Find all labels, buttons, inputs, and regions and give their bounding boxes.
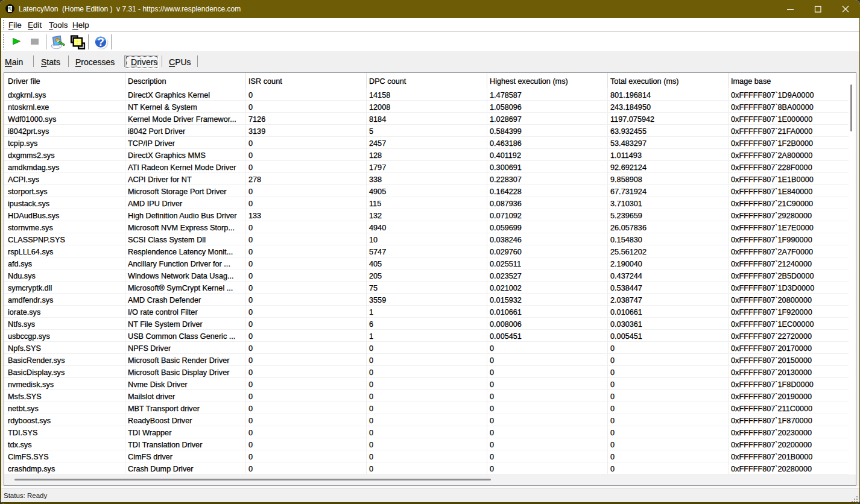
svg-text:?: ? <box>98 36 104 48</box>
